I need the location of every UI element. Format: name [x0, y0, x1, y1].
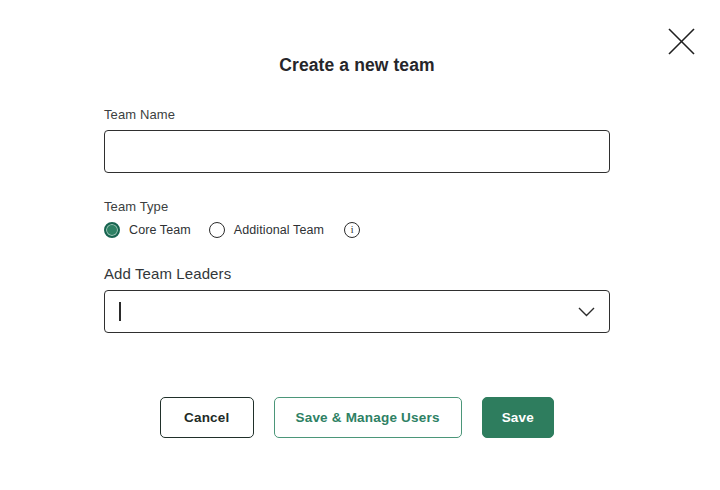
radio-additional-team[interactable]: Additional Team [209, 222, 324, 238]
info-icon[interactable]: i [344, 222, 360, 238]
chevron-down-icon[interactable] [578, 291, 595, 332]
radio-circle-icon[interactable] [104, 222, 120, 238]
team-leaders-combobox[interactable] [104, 290, 610, 333]
radio-additional-team-label: Additional Team [234, 223, 324, 237]
team-leaders-label: Add Team Leaders [104, 265, 231, 282]
team-type-label: Team Type [104, 199, 168, 214]
text-cursor [119, 302, 121, 321]
create-team-modal: Create a new team Team Name Team Type Co… [0, 0, 720, 490]
modal-title: Create a new team [0, 55, 714, 76]
radio-circle-icon[interactable] [209, 222, 225, 238]
team-name-label: Team Name [104, 107, 175, 122]
save-and-manage-users-button[interactable]: Save & Manage Users [274, 397, 462, 438]
radio-core-team-label: Core Team [129, 223, 191, 237]
radio-core-team[interactable]: Core Team [104, 222, 191, 238]
save-button[interactable]: Save [482, 397, 554, 438]
close-icon[interactable] [666, 26, 696, 56]
action-button-row: Cancel Save & Manage Users Save [0, 397, 714, 438]
team-type-radio-group: Core Team Additional Team i [104, 222, 360, 238]
cancel-button[interactable]: Cancel [160, 397, 253, 438]
team-name-input[interactable] [104, 130, 610, 173]
